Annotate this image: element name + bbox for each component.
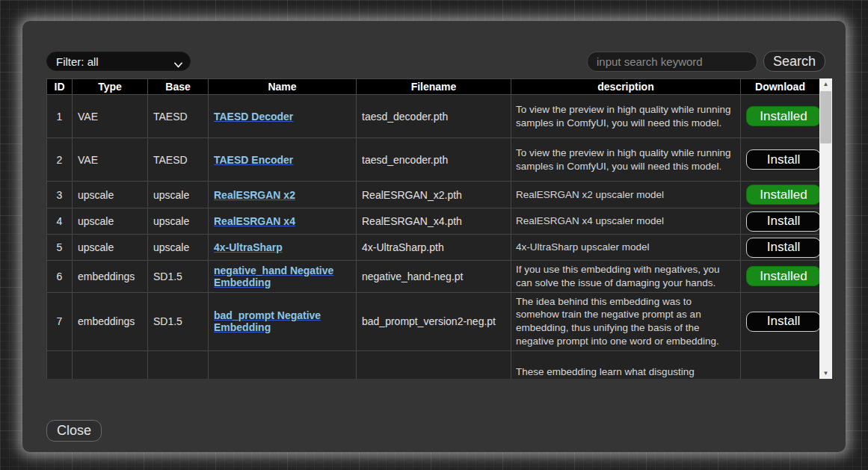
cell-download <box>741 350 820 379</box>
table-row: 6 embeddings SD1.5 negative_hand Negativ… <box>47 261 820 293</box>
cell-filename: negative_hand-neg.pt <box>357 261 511 293</box>
table-row: These embedding learn what disgusting co… <box>47 350 820 379</box>
cell-filename: 4x-UltraSharp.pth <box>357 235 511 261</box>
cell-base <box>148 350 209 379</box>
table-header-row: ID Type Base Name Filename description D… <box>47 79 820 95</box>
cell-description: To view the preview in high quality whil… <box>511 138 741 182</box>
cell-id: 5 <box>47 235 73 261</box>
install-button[interactable]: Install <box>746 238 819 258</box>
cell-description: RealESRGAN x4 upscaler model <box>511 208 741 235</box>
cell-description: To view the preview in high quality whil… <box>511 95 741 138</box>
model-manager-dialog: Filter: all Search ID Type <box>22 21 846 452</box>
cell-name: RealESRGAN x2 <box>209 182 357 208</box>
cell-download: Install <box>741 292 820 350</box>
search-input[interactable] <box>587 52 757 72</box>
model-name-link[interactable]: TAESD Encoder <box>214 154 293 166</box>
search-group: Search <box>587 51 825 72</box>
scrollbar-down-arrow-icon[interactable]: ▼ <box>819 368 832 379</box>
install-button[interactable]: Installed <box>746 266 819 286</box>
install-button[interactable]: Install <box>746 312 819 332</box>
model-table: ID Type Base Name Filename description D… <box>46 78 819 379</box>
install-button[interactable]: Install <box>746 149 819 170</box>
install-button[interactable]: Install <box>746 211 819 232</box>
table-body: 1 VAE TAESD TAESD Decoder taesd_decoder.… <box>47 95 820 380</box>
cell-type: upscale <box>73 182 148 208</box>
install-button[interactable]: Installed <box>746 106 819 126</box>
cell-filename: taesd_encoder.pth <box>357 138 511 182</box>
filter-select-wrap: Filter: all <box>46 52 191 71</box>
cell-name: 4x-UltraSharp <box>209 235 357 261</box>
cell-download: Installed <box>741 261 820 293</box>
table-row: 4 upscale upscale RealESRGAN x4 RealESRG… <box>47 208 820 235</box>
cell-base: SD1.5 <box>148 292 209 350</box>
table-row: 5 upscale upscale 4x-UltraSharp 4x-Ultra… <box>47 235 820 261</box>
model-name-link[interactable]: TAESD Decoder <box>214 111 293 123</box>
model-table-scroll-area: ID Type Base Name Filename description D… <box>46 78 819 379</box>
header-download: Download <box>741 79 820 95</box>
model-name-link[interactable]: bad_prompt Negative Embedding <box>214 309 321 333</box>
cell-name <box>209 350 357 379</box>
cell-download: Installed <box>741 95 820 138</box>
cell-type: embeddings <box>73 261 148 293</box>
cell-type <box>73 350 148 379</box>
cell-name: TAESD Decoder <box>209 95 357 138</box>
header-base: Base <box>148 79 209 95</box>
cell-download: Installed <box>741 182 820 208</box>
cell-filename <box>357 350 511 379</box>
header-filename: Filename <box>357 79 511 95</box>
cell-description: If you use this embedding with negatives… <box>511 261 741 293</box>
scrollbar-up-arrow-icon[interactable]: ▲ <box>819 78 832 90</box>
search-button[interactable]: Search <box>763 51 825 72</box>
header-name: Name <box>209 79 357 95</box>
cell-type: VAE <box>73 95 148 138</box>
cell-description: The idea behind this embedding was to so… <box>511 292 741 350</box>
cell-id: 4 <box>47 208 73 235</box>
table-row: 2 VAE TAESD TAESD Encoder taesd_encoder.… <box>47 138 820 182</box>
cell-name: TAESD Encoder <box>209 138 357 182</box>
cell-download: Install <box>741 208 820 235</box>
cell-filename: bad_prompt_version2-neg.pt <box>357 292 511 350</box>
model-name-link[interactable]: negative_hand Negative Embedding <box>214 265 333 288</box>
close-button[interactable]: Close <box>46 420 102 442</box>
cell-name: RealESRGAN x4 <box>209 208 357 235</box>
cell-type: VAE <box>73 138 148 182</box>
cell-description: RealESRGAN x2 upscaler model <box>511 182 741 208</box>
cell-filename: RealESRGAN_x2.pth <box>357 182 511 208</box>
header-type: Type <box>73 79 148 95</box>
cell-id: 2 <box>47 138 73 182</box>
toolbar: Filter: all Search <box>46 51 832 72</box>
model-name-link[interactable]: RealESRGAN x4 <box>214 215 295 227</box>
cell-type: upscale <box>73 208 148 235</box>
cell-filename: taesd_decoder.pth <box>357 95 511 138</box>
table-row: 7 embeddings SD1.5 bad_prompt Negative E… <box>47 292 820 350</box>
cell-id: 1 <box>47 95 73 138</box>
filter-select[interactable]: Filter: all <box>46 52 191 71</box>
header-description: description <box>511 79 741 95</box>
dialog-footer: Close <box>46 420 832 442</box>
cell-type: embeddings <box>73 292 148 350</box>
cell-id: 3 <box>47 182 73 208</box>
cell-filename: RealESRGAN_x4.pth <box>357 208 511 235</box>
model-name-link[interactable]: 4x-UltraSharp <box>214 241 283 253</box>
cell-download: Install <box>741 138 820 182</box>
model-table-zone: ID Type Base Name Filename description D… <box>46 78 832 379</box>
cell-download: Install <box>741 235 820 261</box>
cell-base: TAESD <box>148 138 209 182</box>
cell-base: SD1.5 <box>148 261 209 293</box>
cell-base: upscale <box>148 208 209 235</box>
model-name-link[interactable]: RealESRGAN x2 <box>214 189 295 201</box>
cell-base: upscale <box>148 235 209 261</box>
cell-id: 6 <box>47 261 73 293</box>
table-scrollbar[interactable]: ▲ ▼ <box>819 78 832 379</box>
cell-type: upscale <box>73 235 148 261</box>
cell-id: 7 <box>47 292 73 350</box>
header-id: ID <box>47 79 73 95</box>
cell-base: upscale <box>148 182 209 208</box>
cell-base: TAESD <box>148 95 209 138</box>
cell-description: 4x-UltraSharp upscaler model <box>511 235 741 261</box>
cell-description: These embedding learn what disgusting co… <box>511 350 741 379</box>
install-button[interactable]: Installed <box>746 185 819 205</box>
table-row: 1 VAE TAESD TAESD Decoder taesd_decoder.… <box>47 95 820 138</box>
table-row: 3 upscale upscale RealESRGAN x2 RealESRG… <box>47 182 820 208</box>
scrollbar-thumb[interactable] <box>820 91 831 143</box>
